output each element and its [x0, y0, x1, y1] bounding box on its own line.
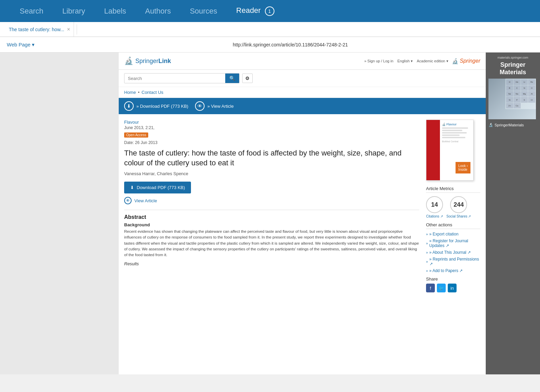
springer-header: 🔬 SpringerLink » Sign up / Log in Englis…	[119, 53, 486, 70]
nav-search[interactable]: Search	[10, 7, 53, 16]
arrow-icon: »	[426, 269, 428, 273]
breadcrumb-separator: •	[138, 90, 140, 95]
springer-materials-logo-icon: 🔬	[488, 123, 493, 127]
shares-metric: 244 Social Shares ↗	[446, 196, 471, 218]
book-text-lines	[442, 127, 471, 138]
article-authors: Vanessa Harrar, Charles Spence	[124, 171, 419, 176]
reprints-link[interactable]: » » Reprints and Permissions ↗	[426, 257, 480, 266]
arrow-icon: »	[426, 232, 428, 236]
article-main: Flavour June 2013, 2:21, Open Access Dat…	[119, 114, 486, 298]
springer-link-text: SpringerLink	[135, 58, 171, 65]
about-journal-link[interactable]: » » About This Journal ↗	[426, 250, 480, 255]
shares-label[interactable]: Social Shares ↗	[446, 214, 471, 218]
results-label: Results	[124, 261, 419, 266]
section-divider	[124, 210, 419, 210]
look-inside-button[interactable]: Look ›Inside	[456, 162, 470, 173]
abstract-heading: Abstract	[124, 214, 419, 220]
tab-title: The taste of cutlery: how...	[9, 27, 64, 32]
springer-materials-logo: 🔬 SpringerMaterials	[488, 123, 537, 127]
book-line	[442, 132, 467, 133]
citations-metric: 14 Citations ↗	[426, 196, 443, 218]
shares-count: 244	[450, 196, 467, 213]
share-icons: f 🐦 in	[426, 284, 480, 292]
left-panel	[0, 53, 119, 374]
tab-divider	[77, 24, 77, 35]
share-section: Share f 🐦 in	[426, 276, 480, 292]
download-icon: ⬇	[124, 101, 134, 111]
springer-search-input[interactable]	[124, 74, 225, 83]
book-line	[442, 127, 468, 129]
periodic-table-overlay: HHeLiBeBCNONeNaMgAlSiPSClZnCa	[505, 79, 536, 109]
book-publisher-line: BioMed Central	[442, 140, 471, 143]
share-title: Share	[426, 276, 480, 282]
arrow-icon: »	[426, 251, 428, 254]
twitter-share-button[interactable]: 🐦	[437, 284, 446, 292]
view-article-link[interactable]: 👁 View Article	[124, 197, 419, 204]
address-bar: Web Page ▾ http://link.springer.com/arti…	[0, 37, 540, 53]
tab-close-button[interactable]: ×	[67, 26, 70, 33]
webpage-label-text: Web Page	[7, 42, 31, 47]
citations-label[interactable]: Citations ↗	[426, 214, 443, 218]
article-tab[interactable]: The taste of cutlery: how... ×	[5, 22, 74, 37]
breadcrumb-contact[interactable]: Contact Us	[141, 90, 163, 95]
nav-reader[interactable]: Reader 1	[227, 6, 284, 16]
springer-materials-ad: materials.springer.com Springer Material…	[488, 56, 537, 127]
webpage-dropdown-arrow: ▾	[32, 42, 35, 48]
language-selector[interactable]: English ▾	[398, 59, 413, 63]
ad-image[interactable]: HHeLiBeBCNONeNaMgAlSiPSClZnCa	[488, 79, 536, 119]
book-line	[442, 137, 465, 138]
springer-materials-title: Springer Materials	[488, 61, 537, 76]
materials-site-url: materials.springer.com	[488, 56, 537, 59]
breadcrumb: Home • Contact Us	[119, 87, 486, 98]
register-journal-link[interactable]: » » Register for Journal Updates ↗	[426, 239, 480, 248]
article-title: The taste of cutlery: how the taste of f…	[124, 148, 419, 168]
nav-sources[interactable]: Sources	[180, 7, 227, 16]
other-actions-title: Other actions	[426, 222, 480, 229]
journal-name: Flavour	[124, 120, 419, 125]
webpage-type-selector[interactable]: Web Page ▾	[7, 42, 47, 48]
journal-date: June 2013, 2:21,	[124, 125, 419, 130]
download-pdf-icon: ⬇	[130, 185, 134, 190]
nav-authors[interactable]: Authors	[136, 7, 180, 16]
linkedin-share-button[interactable]: in	[448, 284, 457, 292]
article-right: 🔬 Flavour BioMed Central	[426, 120, 480, 292]
book-line	[442, 135, 460, 136]
metrics-circles: 14 Citations ↗ 244 Social Shares ↗	[426, 196, 480, 218]
top-action-bar: ⬇ » Download PDF (773 KB) 👁 » View Artic…	[119, 98, 486, 114]
edition-selector[interactable]: Academic edition ▾	[417, 59, 448, 63]
download-pdf-button[interactable]: ⬇ Download PDF (773 KB)	[124, 182, 191, 193]
article-metrics: Article Metrics 14 Citations ↗ 244 Socia…	[426, 186, 480, 218]
book-line	[442, 130, 462, 131]
right-sidebar: materials.springer.com Springer Material…	[486, 53, 540, 374]
book-flavour-logo: 🔬 Flavour	[442, 123, 471, 126]
abstract-text: Recent evidence has shown that changing …	[124, 229, 419, 258]
header-right: » Sign up / Log in English ▾ Academic ed…	[364, 58, 480, 64]
view-icon: 👁	[195, 101, 205, 111]
nav-labels[interactable]: Labels	[95, 7, 136, 16]
book-cover-red	[426, 120, 440, 180]
springer-search-button[interactable]: 🔍	[225, 74, 239, 83]
citations-count: 14	[426, 196, 443, 213]
tab-bar: The taste of cutlery: how... ×	[0, 22, 540, 37]
view-article-icon: 👁	[124, 197, 132, 204]
header-links: » Sign up / Log in English ▾ Academic ed…	[364, 59, 448, 63]
export-citation-link[interactable]: » » Export citation	[426, 232, 480, 236]
book-thumbnail[interactable]: 🔬 Flavour BioMed Central	[426, 120, 474, 181]
nav-library[interactable]: Library	[53, 7, 95, 16]
springer-settings-button[interactable]: ⚙	[242, 74, 253, 83]
facebook-share-button[interactable]: f	[426, 284, 435, 292]
top-download-pdf-button[interactable]: ⬇ » Download PDF (773 KB)	[124, 101, 188, 111]
breadcrumb-home[interactable]: Home	[124, 90, 136, 95]
main-area: 🔬 SpringerLink » Sign up / Log in Englis…	[0, 53, 540, 374]
metrics-title: Article Metrics	[426, 186, 480, 193]
top-view-article-button[interactable]: 👁 » View Article	[195, 101, 234, 111]
article-pub-date: Date: 26 Jun 2013	[124, 140, 419, 145]
search-input-wrap: 🔍	[124, 73, 239, 83]
url-bar[interactable]: http://link.springer.com/article/10.1186…	[47, 42, 533, 47]
center-content: 🔬 SpringerLink » Sign up / Log in Englis…	[119, 53, 486, 374]
springer-brand-logo: 🔬 Springer	[452, 58, 480, 64]
sign-up-link[interactable]: » Sign up / Log in	[364, 59, 393, 63]
arrow-icon: »	[426, 242, 428, 245]
flavour-icon: 🔬	[442, 123, 446, 126]
add-papers-link[interactable]: » » Add to Papers ↗	[426, 268, 480, 273]
